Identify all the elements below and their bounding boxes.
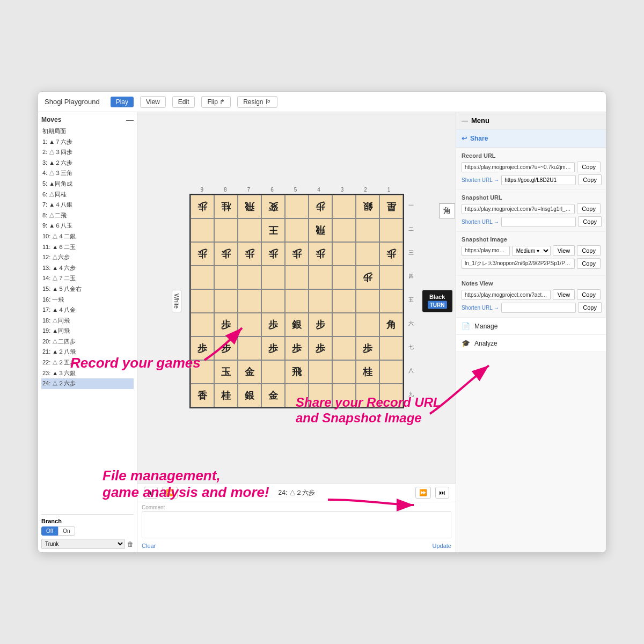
snapshot-image-long-input[interactable] <box>462 259 575 269</box>
move-8[interactable]: 8: △二飛 <box>41 210 134 221</box>
move-0[interactable]: 初期局面 <box>41 126 134 137</box>
move-24[interactable]: 24: △２六歩 <box>41 378 134 389</box>
next-move-button[interactable]: ⏩ <box>415 487 431 499</box>
cell-9-9[interactable] <box>379 384 403 407</box>
cell-3-1[interactable]: 歩 <box>191 242 214 266</box>
snapshot-shorten-copy-button[interactable]: Copy <box>578 216 602 227</box>
move-2[interactable]: 2: △３四歩 <box>41 147 134 158</box>
notes-view-view-button[interactable]: View <box>553 289 575 300</box>
move-14[interactable]: 14: △７二玉 <box>41 273 134 284</box>
snapshot-shorten-url-input[interactable] <box>501 217 576 227</box>
snapshot-shorten-label[interactable]: Shorten URL → <box>462 219 499 225</box>
cell-5-2[interactable] <box>214 289 238 313</box>
last-move-button[interactable]: ⏭ <box>435 487 449 499</box>
cell-8-4[interactable] <box>261 360 285 384</box>
clear-comment-button[interactable]: Clear <box>142 543 156 549</box>
menu-collapse-icon[interactable]: — <box>462 117 468 125</box>
cell-8-2[interactable]: 玉 <box>214 360 238 384</box>
move-13[interactable]: 13: ▲４六歩 <box>41 263 134 274</box>
cell-2-3[interactable] <box>238 218 261 242</box>
cell-3-2[interactable]: 歩 <box>214 242 238 266</box>
update-comment-button[interactable]: Update <box>433 543 451 549</box>
cell-9-4[interactable]: 金 <box>261 384 285 407</box>
snapshot-url-input[interactable] <box>462 204 575 214</box>
manage-menu-item[interactable]: 📄 Manage <box>456 318 606 335</box>
move-20[interactable]: 20: △二四歩 <box>41 336 134 347</box>
cell-9-5[interactable] <box>285 384 309 407</box>
cell-2-6[interactable]: 飛 <box>309 218 332 242</box>
cell-3-4[interactable]: 歩 <box>261 242 285 266</box>
cell-5-9[interactable] <box>379 289 403 313</box>
moves-collapse-button[interactable]: — <box>126 115 134 124</box>
cell-5-4[interactable] <box>261 289 285 313</box>
cell-8-3[interactable]: 金 <box>238 360 261 384</box>
snapshot-image-view-button[interactable]: View <box>553 245 575 256</box>
move-22[interactable]: 22: △２五歩 <box>41 357 134 368</box>
cell-3-6[interactable]: 歩 <box>309 242 332 266</box>
move-9[interactable]: 9: ▲６八玉 <box>41 221 134 231</box>
shogi-board[interactable]: 歩 桂 飛 変 步 銀 星 <box>189 194 404 408</box>
cell-4-6[interactable] <box>309 266 332 289</box>
cell-4-1[interactable] <box>191 266 214 289</box>
cell-5-3[interactable] <box>238 289 261 313</box>
record-shorten-label[interactable]: Shorten URL → <box>462 177 499 183</box>
comment-textarea[interactable] <box>142 511 451 538</box>
cell-8-8[interactable]: 桂 <box>356 360 379 384</box>
cell-7-8[interactable]: 歩 <box>356 336 379 360</box>
cell-7-4[interactable]: 歩 <box>261 336 285 360</box>
prev-move-button[interactable]: ⏪ <box>162 487 178 499</box>
notes-shorten-label[interactable]: Shorten URL → <box>462 305 499 311</box>
cell-7-1[interactable]: 歩 <box>191 336 214 360</box>
move-15[interactable]: 15: ▲５八金右 <box>41 284 134 295</box>
cell-1-6[interactable]: 步 <box>309 195 332 218</box>
cell-7-9[interactable] <box>379 336 403 360</box>
cell-7-5[interactable]: 歩 <box>285 336 309 360</box>
cell-6-3[interactable] <box>238 313 261 336</box>
cell-4-2[interactable] <box>214 266 238 289</box>
cell-7-3[interactable] <box>238 336 261 360</box>
cell-8-5[interactable]: 飛 <box>285 360 309 384</box>
cell-2-5[interactable] <box>285 218 309 242</box>
move-5[interactable]: 5: ▲同角成 <box>41 179 134 189</box>
delete-branch-icon[interactable]: 🗑 <box>127 540 134 548</box>
cell-6-6[interactable]: 步 <box>309 313 332 336</box>
move-6[interactable]: 6: △同桂 <box>41 189 134 200</box>
cell-2-1[interactable] <box>191 218 214 242</box>
cell-8-7[interactable] <box>332 360 356 384</box>
analyze-menu-item[interactable]: 🎓 Analyze <box>456 335 606 352</box>
snapshot-url-copy-button[interactable]: Copy <box>577 203 601 214</box>
snapshot-image-long-copy-button[interactable]: Copy <box>577 258 601 269</box>
cell-1-8[interactable]: 銀 <box>356 195 379 218</box>
cell-4-5[interactable] <box>285 266 309 289</box>
cell-8-6[interactable] <box>309 360 332 384</box>
cell-9-6[interactable] <box>309 384 332 407</box>
cell-5-1[interactable] <box>191 289 214 313</box>
cell-1-9[interactable]: 星 <box>379 195 403 218</box>
cell-5-7[interactable] <box>332 289 356 313</box>
record-url-input[interactable] <box>462 162 575 172</box>
cell-2-2[interactable] <box>214 218 238 242</box>
branch-toggle[interactable]: Off On <box>41 526 134 536</box>
cell-1-1[interactable]: 歩 <box>191 195 214 218</box>
cell-8-9[interactable] <box>379 360 403 384</box>
move-11[interactable]: 11: ▲６二玉 <box>41 242 134 253</box>
move-7[interactable]: 7: ▲４八銀 <box>41 200 134 210</box>
record-shorten-copy-button[interactable]: Copy <box>578 174 602 185</box>
move-19[interactable]: 19: ▲同飛 <box>41 326 134 336</box>
cell-1-5[interactable] <box>285 195 309 218</box>
branch-off-button[interactable]: Off <box>41 526 58 536</box>
cell-3-7[interactable] <box>332 242 356 266</box>
cell-6-8[interactable] <box>356 313 379 336</box>
cell-2-7[interactable] <box>332 218 356 242</box>
cell-1-2[interactable]: 桂 <box>214 195 238 218</box>
branch-on-button[interactable]: On <box>58 526 75 536</box>
cell-4-9[interactable] <box>379 266 403 289</box>
move-16[interactable]: 16: 一飛 <box>41 295 134 305</box>
cell-9-2[interactable]: 桂 <box>214 384 238 407</box>
cell-5-8[interactable] <box>356 289 379 313</box>
cell-6-4[interactable]: 歩 <box>261 313 285 336</box>
notes-shorten-copy-button[interactable]: Copy <box>578 302 602 313</box>
cell-4-7[interactable] <box>332 266 356 289</box>
cell-2-4[interactable]: 王 <box>261 218 285 242</box>
trunk-select[interactable]: Trunk <box>41 539 125 549</box>
